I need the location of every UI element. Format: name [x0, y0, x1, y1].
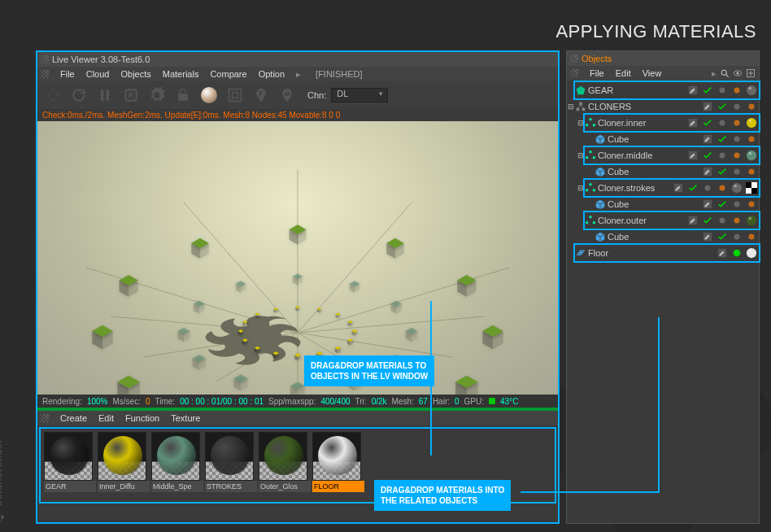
mat-yellow-tag[interactable]: [746, 117, 757, 129]
object-name[interactable]: Cube: [608, 134, 699, 144]
menu-cloud[interactable]: Cloud: [86, 67, 110, 81]
material-item[interactable]: FLOOR: [312, 432, 364, 499]
material-item[interactable]: GEAR: [44, 432, 96, 499]
check-tag[interactable]: [702, 150, 713, 161]
material-preview[interactable]: [259, 432, 307, 481]
edit-tag[interactable]: [717, 247, 728, 259]
chn-dropdown[interactable]: DL: [331, 88, 388, 102]
check-tag[interactable]: [702, 117, 713, 129]
dot2-tag[interactable]: [746, 101, 757, 112]
grip-icon[interactable]: [570, 69, 578, 77]
expand-toggle[interactable]: ⊟: [577, 184, 585, 192]
dot2-tag[interactable]: [731, 150, 743, 161]
dot-green-tag[interactable]: [731, 247, 743, 259]
dot1-tag[interactable]: [731, 133, 743, 145]
edit-tag[interactable]: [687, 215, 699, 226]
edit-tag[interactable]: [702, 101, 713, 112]
grip-icon[interactable]: [41, 55, 49, 63]
expand-toggle[interactable]: ⊟: [577, 119, 585, 127]
pause-icon[interactable]: [94, 85, 115, 106]
edit-tag[interactable]: [673, 182, 684, 194]
object-name[interactable]: CLONERS: [588, 102, 699, 111]
tree-row[interactable]: ⊟ Cloner.inner: [567, 115, 759, 131]
mat-teal-tag[interactable]: [746, 150, 757, 161]
material-preview[interactable]: [44, 432, 93, 481]
mat-white-tag[interactable]: [746, 247, 757, 259]
sphere-icon[interactable]: [198, 85, 220, 106]
dot2-tag[interactable]: [746, 231, 757, 242]
mat-menu-function[interactable]: Function: [125, 411, 159, 425]
focus-pin-icon[interactable]: F: [250, 85, 272, 106]
tree-row[interactable]: Cube: [567, 196, 759, 212]
dot2-tag[interactable]: [717, 182, 728, 194]
object-name[interactable]: Floor: [588, 248, 713, 258]
grip-icon[interactable]: [41, 70, 49, 78]
dot1-tag[interactable]: [731, 198, 743, 210]
dot1-tag[interactable]: [717, 150, 728, 161]
tree-row[interactable]: Cube: [567, 229, 759, 245]
dot1-tag[interactable]: [731, 101, 743, 112]
menu-materials[interactable]: Materials: [163, 67, 199, 81]
mat-metal-tag[interactable]: [731, 182, 743, 194]
dot1-tag[interactable]: [717, 215, 728, 226]
gear-icon[interactable]: [146, 85, 168, 106]
obj-menu-file[interactable]: File: [590, 68, 604, 78]
tree-row[interactable]: ⊟ Cloner.strokes: [567, 180, 759, 196]
mat-menu-texture[interactable]: Texture: [171, 411, 200, 425]
dot2-tag[interactable]: [746, 166, 757, 177]
fan-icon[interactable]: [42, 85, 63, 106]
object-name[interactable]: Cloner.outer: [598, 216, 684, 225]
material-preview[interactable]: [312, 432, 361, 481]
check-tag[interactable]: [717, 231, 728, 242]
obj-menu-edit[interactable]: Edit: [616, 68, 631, 78]
eye-icon[interactable]: [733, 68, 743, 78]
grip-icon[interactable]: [41, 414, 49, 422]
material-item[interactable]: Middle_Spe: [151, 432, 203, 499]
material-preview[interactable]: [98, 432, 146, 481]
search-icon[interactable]: [720, 68, 730, 78]
edit-tag[interactable]: [687, 117, 699, 129]
dot2-tag[interactable]: [731, 85, 743, 96]
edit-tag[interactable]: [687, 85, 699, 96]
material-item[interactable]: STROKES: [205, 432, 257, 499]
check-tag[interactable]: [687, 182, 699, 194]
objects-title-bar[interactable]: Objects: [567, 51, 759, 66]
tree-row[interactable]: Cube: [567, 164, 759, 180]
material-item[interactable]: Inner_Diffu: [98, 432, 150, 499]
object-name[interactable]: Cloner.inner: [598, 118, 684, 128]
obj-menu-view[interactable]: View: [642, 68, 662, 78]
tree-row[interactable]: Cube: [567, 131, 759, 147]
check-tag[interactable]: [717, 101, 728, 112]
object-name[interactable]: Cube: [608, 232, 699, 242]
object-name[interactable]: Cloner.strokes: [598, 183, 669, 193]
material-preview[interactable]: [205, 432, 254, 481]
dot1-tag[interactable]: [717, 117, 728, 129]
tree-row[interactable]: Floor: [567, 245, 759, 261]
object-name[interactable]: GEAR: [588, 85, 684, 95]
edit-tag[interactable]: [702, 133, 713, 145]
mat-checker-tag[interactable]: [746, 182, 757, 194]
mat-menu-create[interactable]: Create: [60, 411, 87, 425]
object-name[interactable]: Cube: [608, 167, 699, 177]
edit-tag[interactable]: [702, 231, 713, 242]
grip-icon[interactable]: [570, 55, 578, 63]
menu-option[interactable]: Option: [259, 67, 285, 81]
dot2-tag[interactable]: [731, 117, 743, 129]
edit-tag[interactable]: [702, 166, 713, 177]
edit-tag[interactable]: [687, 150, 699, 161]
object-name[interactable]: Cloner.middle: [598, 150, 684, 160]
check-tag[interactable]: [717, 133, 728, 145]
frame-icon[interactable]: [224, 85, 246, 106]
mat-green-tag[interactable]: [746, 215, 757, 226]
menu-compare[interactable]: Compare: [210, 67, 246, 81]
tree-row[interactable]: GEAR: [567, 82, 759, 98]
material-preview[interactable]: [151, 432, 200, 481]
mat-metal-tag[interactable]: [746, 85, 757, 96]
material-item[interactable]: Outer_Glos: [259, 432, 311, 499]
render-viewport[interactable]: DRAG&DROP MATERIALS TO OBJECTS IN THE LV…: [37, 121, 558, 395]
tree-row[interactable]: Cloner.outer: [567, 212, 759, 229]
dot1-tag[interactable]: [702, 182, 713, 194]
lock-icon[interactable]: [172, 85, 194, 106]
check-tag[interactable]: [717, 198, 728, 210]
window-title-bar[interactable]: Live Viewer 3.08-Test6.0: [37, 52, 558, 67]
